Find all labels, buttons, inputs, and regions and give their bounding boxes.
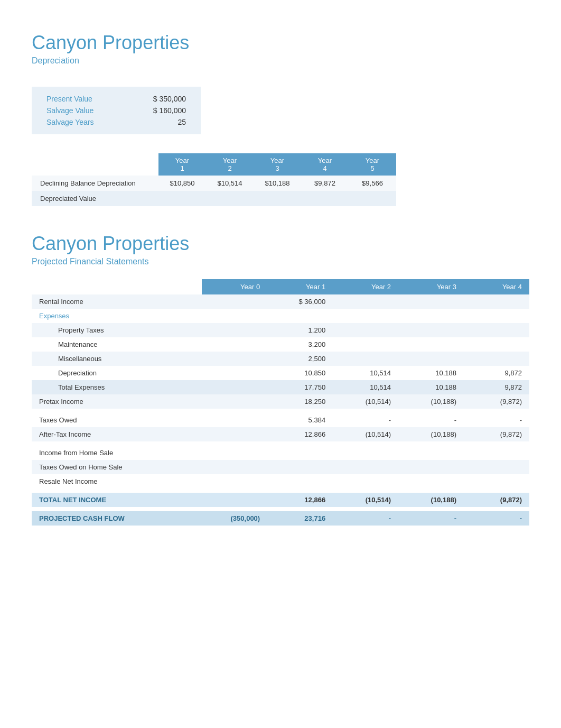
fin-cell-12-year0	[202, 446, 267, 460]
fin-cell-7-year0	[202, 394, 267, 409]
dep-col-year-3: Year3	[254, 153, 301, 176]
fin-cell-3-year2	[333, 337, 398, 352]
fin-cell-9-year4: -	[464, 413, 529, 427]
fin-cell-11-year1	[267, 441, 333, 446]
fin-cell-7-year3: (10,188)	[398, 394, 464, 409]
fin-cell-1-year4	[464, 309, 529, 323]
fin-cell-3-year1: 3,200	[267, 337, 333, 352]
financial-table: Year 0Year 1Year 2Year 3Year 4 Rental In…	[32, 279, 529, 526]
subtitle-depreciation: Depreciation	[32, 56, 529, 66]
fin-cell-15-year0	[202, 489, 267, 493]
fin-row-label: Maintenance	[32, 337, 202, 352]
fin-cell-8-year1	[267, 409, 333, 413]
fin-cell-5-year3: 10,188	[398, 366, 464, 380]
dep-cell-1-0	[158, 191, 206, 206]
fin-cell-12-year4	[464, 446, 529, 460]
fin-data-row: Total Expenses17,75010,51410,1889,872	[32, 380, 529, 394]
dep-data-row: Depreciated Value	[32, 191, 396, 206]
dep-cell-1-4	[349, 191, 396, 206]
fin-cell-11-year3	[398, 441, 464, 446]
fin-cell-7-year4: (9,872)	[464, 394, 529, 409]
fin-cell-2-year4	[464, 323, 529, 337]
fin-row-label: Total Expenses	[32, 380, 202, 394]
dep-cell-1-3	[301, 191, 349, 206]
fin-row-label: Expenses	[32, 309, 202, 323]
fin-cell-18-year2: -	[333, 511, 398, 526]
fin-cell-17-year1	[267, 507, 333, 511]
fin-data-row: Pretax Income18,250(10,514)(10,188)(9,87…	[32, 394, 529, 409]
fin-cell-12-year2	[333, 446, 398, 460]
fin-data-row: Income from Home Sale	[32, 446, 529, 460]
fin-cell-12-year1	[267, 446, 333, 460]
fin-cell-1-year3	[398, 309, 464, 323]
title-canyon-properties-1: Canyon Properties	[32, 32, 529, 54]
fin-cell-3-year3	[398, 337, 464, 352]
dep-input-row: Present Value$ 350,000	[42, 93, 190, 105]
fin-cell-4-year2	[333, 352, 398, 366]
fin-cell-9-year3: -	[398, 413, 464, 427]
dep-cell-0-1: $10,514	[206, 176, 254, 191]
fin-col-year1: Year 1	[267, 279, 333, 294]
dep-cell-0-2: $10,188	[254, 176, 301, 191]
fin-cell-7-year2: (10,514)	[333, 394, 398, 409]
dep-input-label: Present Value	[42, 93, 148, 105]
fin-cell-1-year2	[333, 309, 398, 323]
fin-cell-15-year3	[398, 489, 464, 493]
fin-cell-18-year4: -	[464, 511, 529, 526]
fin-cell-13-year0	[202, 460, 267, 474]
section-depreciation: Canyon Properties Depreciation Present V…	[32, 32, 529, 206]
fin-cell-17-year2	[333, 507, 398, 511]
fin-cell-0-year1: $ 36,000	[267, 294, 333, 309]
fin-cell-10-year3: (10,188)	[398, 427, 464, 441]
fin-row-label	[32, 441, 202, 446]
fin-cell-13-year3	[398, 460, 464, 474]
fin-data-row: Resale Net Income	[32, 474, 529, 489]
fin-cell-10-year1: 12,866	[267, 427, 333, 441]
fin-cell-4-year0	[202, 352, 267, 366]
dep-input-label: Salvage Years	[42, 116, 148, 128]
fin-col-year3: Year 3	[398, 279, 464, 294]
fin-cell-5-year1: 10,850	[267, 366, 333, 380]
fin-data-row: Miscellaneous2,500	[32, 352, 529, 366]
fin-data-row: Expenses	[32, 309, 529, 323]
fin-col-year2: Year 2	[333, 279, 398, 294]
dep-col-year-5: Year5	[349, 153, 396, 176]
subtitle-financial: Projected Financial Statements	[32, 257, 529, 266]
fin-data-row	[32, 409, 529, 413]
fin-cell-6-year2: 10,514	[333, 380, 398, 394]
dep-col-year-1: Year1	[158, 153, 206, 176]
fin-cell-2-year3	[398, 323, 464, 337]
fin-cell-7-year1: 18,250	[267, 394, 333, 409]
dep-input-row: Salvage Years25	[42, 116, 190, 128]
fin-row-label: Pretax Income	[32, 394, 202, 409]
fin-cell-10-year0	[202, 427, 267, 441]
fin-cell-10-year4: (9,872)	[464, 427, 529, 441]
fin-row-label: Miscellaneous	[32, 352, 202, 366]
fin-cell-1-year1	[267, 309, 333, 323]
fin-row-label: Depreciation	[32, 366, 202, 380]
fin-cell-0-year4	[464, 294, 529, 309]
fin-cell-12-year3	[398, 446, 464, 460]
fin-cell-11-year0	[202, 441, 267, 446]
fin-cell-2-year0	[202, 323, 267, 337]
fin-data-row: Maintenance3,200	[32, 337, 529, 352]
dep-row-label: Declining Balance Depreciation	[32, 176, 158, 191]
fin-cell-8-year4	[464, 409, 529, 413]
fin-cell-14-year1	[267, 474, 333, 489]
fin-cell-16-year0	[202, 493, 267, 507]
fin-cell-14-year3	[398, 474, 464, 489]
fin-cell-8-year0	[202, 409, 267, 413]
fin-row-label: Resale Net Income	[32, 474, 202, 489]
fin-row-label: Income from Home Sale	[32, 446, 202, 460]
fin-cell-13-year1	[267, 460, 333, 474]
fin-cell-6-year4: 9,872	[464, 380, 529, 394]
fin-cell-17-year4	[464, 507, 529, 511]
fin-cell-14-year0	[202, 474, 267, 489]
dep-input-value: $ 160,000	[148, 105, 190, 116]
fin-cell-1-year0	[202, 309, 267, 323]
fin-cell-16-year2: (10,514)	[333, 493, 398, 507]
fin-cell-13-year2	[333, 460, 398, 474]
fin-data-row: Depreciation10,85010,51410,1889,872	[32, 366, 529, 380]
dep-cell-0-0: $10,850	[158, 176, 206, 191]
fin-data-row	[32, 507, 529, 511]
